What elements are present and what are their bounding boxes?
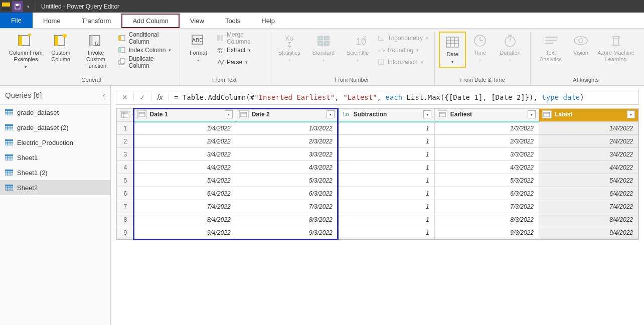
cell-subtraction[interactable]: 1: [338, 122, 434, 135]
cell-date1[interactable]: 5/4/2022: [134, 174, 236, 187]
query-item[interactable]: Electric_Production: [0, 135, 110, 150]
column-header-date2[interactable]: Date 2▾: [236, 109, 338, 122]
query-item[interactable]: grade_dataset (2): [0, 120, 110, 135]
cell-latest[interactable]: 5/4/2022: [539, 174, 638, 187]
cell-earliest[interactable]: 6/3/2022: [434, 187, 539, 200]
formula-commit-button[interactable]: ✓: [134, 90, 151, 104]
filter-icon[interactable]: ▾: [225, 110, 233, 118]
index-column-button[interactable]: Index Column: [116, 45, 175, 56]
table-row[interactable]: 1 1/4/2022 1/3/2022 1 1/3/2022 1/4/2022: [117, 122, 638, 135]
cell-date2[interactable]: 7/3/2022: [236, 200, 338, 213]
table-corner-button[interactable]: ▾: [117, 109, 134, 122]
row-number[interactable]: 5: [117, 174, 134, 187]
cell-date1[interactable]: 6/4/2022: [134, 187, 236, 200]
cell-date1[interactable]: 7/4/2022: [134, 200, 236, 213]
custom-column-button[interactable]: Custom Column: [47, 32, 75, 64]
row-number[interactable]: 4: [117, 161, 134, 174]
table-row[interactable]: 9 9/4/2022 9/3/2022 1 9/3/2022 9/4/2022: [117, 226, 638, 239]
statistics-button[interactable]: ΧσΣStatistics▾: [273, 32, 305, 65]
conditional-column-button[interactable]: Conditional Column: [116, 33, 175, 44]
filter-icon[interactable]: ▾: [327, 110, 335, 118]
duration-button[interactable]: Duration▾: [494, 32, 526, 65]
filter-icon[interactable]: ▾: [423, 110, 431, 118]
cell-earliest[interactable]: 9/3/2022: [434, 226, 539, 239]
tab-help[interactable]: Help: [251, 14, 285, 28]
cell-latest[interactable]: 7/4/2022: [539, 200, 638, 213]
scientific-button[interactable]: 102Scientific▾: [342, 32, 374, 65]
filter-icon[interactable]: ▾: [528, 110, 536, 118]
cell-date1[interactable]: 9/4/2022: [134, 226, 236, 239]
cell-date1[interactable]: 8/4/2022: [134, 213, 236, 226]
tab-transform[interactable]: Transform: [71, 14, 122, 28]
azure-ml-button[interactable]: Azure Machine Learning: [595, 32, 637, 64]
column-header-date1[interactable]: Date 1▾: [134, 109, 236, 122]
table-row[interactable]: 6 6/4/2022 6/3/2022 1 6/3/2022 6/4/2022: [117, 187, 638, 200]
cell-subtraction[interactable]: 1: [338, 148, 434, 161]
tab-view[interactable]: View: [180, 14, 215, 28]
column-header-subtraction[interactable]: 123Subtraction▾: [338, 109, 434, 122]
formula-input[interactable]: = Table.AddColumn(#"Inserted Earliest", …: [169, 93, 584, 101]
tab-file[interactable]: File: [0, 13, 33, 28]
table-row[interactable]: 5 5/4/2022 5/3/2022 1 5/3/2022 5/4/2022: [117, 174, 638, 187]
cell-date2[interactable]: 3/3/2022: [236, 148, 338, 161]
cell-earliest[interactable]: 4/3/2022: [434, 161, 539, 174]
query-item[interactable]: Sheet1: [0, 150, 110, 165]
cell-subtraction[interactable]: 1: [338, 187, 434, 200]
cell-subtraction[interactable]: 1: [338, 226, 434, 239]
trigonometry-button[interactable]: Trigonometry: [376, 33, 430, 44]
cell-latest[interactable]: 1/4/2022: [539, 122, 638, 135]
quick-access-dropdown[interactable]: ▾: [24, 4, 33, 9]
format-button[interactable]: ABC Format ▾: [184, 32, 213, 65]
cell-date2[interactable]: 6/3/2022: [236, 187, 338, 200]
merge-columns-button[interactable]: Merge Columns: [215, 33, 265, 44]
cell-date2[interactable]: 2/3/2022: [236, 135, 338, 148]
collapse-queries-icon[interactable]: ‹: [103, 91, 105, 99]
cell-subtraction[interactable]: 1: [338, 161, 434, 174]
row-number[interactable]: 7: [117, 200, 134, 213]
filter-icon[interactable]: ▾: [627, 110, 635, 118]
cell-earliest[interactable]: 5/3/2022: [434, 174, 539, 187]
cell-date2[interactable]: 8/3/2022: [236, 213, 338, 226]
cell-date1[interactable]: 2/4/2022: [134, 135, 236, 148]
information-button[interactable]: iInformation: [376, 57, 430, 68]
formula-cancel-button[interactable]: ✕: [116, 90, 133, 104]
row-number[interactable]: 1: [117, 122, 134, 135]
save-quick-access-button[interactable]: [12, 1, 23, 12]
query-item[interactable]: grade_dataset: [0, 105, 110, 120]
cell-latest[interactable]: 3/4/2022: [539, 148, 638, 161]
cell-subtraction[interactable]: 1: [338, 213, 434, 226]
row-number[interactable]: 6: [117, 187, 134, 200]
column-header-earliest[interactable]: Earliest▾: [434, 109, 539, 122]
cell-earliest[interactable]: 8/3/2022: [434, 213, 539, 226]
column-from-examples-button[interactable]: Column From Examples ▾: [7, 32, 45, 71]
standard-button[interactable]: +−×÷Standard▾: [307, 32, 340, 65]
row-number[interactable]: 9: [117, 226, 134, 239]
vision-button[interactable]: Vision: [569, 32, 593, 57]
table-row[interactable]: 7 7/4/2022 7/3/2022 1 7/3/2022 7/4/2022: [117, 200, 638, 213]
cell-subtraction[interactable]: 1: [338, 174, 434, 187]
table-row[interactable]: 8 8/4/2022 8/3/2022 1 8/3/2022 8/4/2022: [117, 213, 638, 226]
cell-latest[interactable]: 4/4/2022: [539, 161, 638, 174]
cell-earliest[interactable]: 7/3/2022: [434, 200, 539, 213]
text-analytics-button[interactable]: Text Analytics: [535, 32, 567, 64]
table-row[interactable]: 4 4/4/2022 4/3/2022 1 4/3/2022 4/4/2022: [117, 161, 638, 174]
cell-subtraction[interactable]: 1: [338, 200, 434, 213]
column-header-latest[interactable]: Latest▾: [539, 109, 638, 122]
cell-latest[interactable]: 2/4/2022: [539, 135, 638, 148]
cell-subtraction[interactable]: 1: [338, 135, 434, 148]
row-number[interactable]: 2: [117, 135, 134, 148]
cell-date2[interactable]: 9/3/2022: [236, 226, 338, 239]
parse-button[interactable]: Parse: [215, 57, 265, 68]
query-item[interactable]: Sheet1 (2): [0, 165, 110, 180]
cell-date1[interactable]: 1/4/2022: [134, 122, 236, 135]
cell-latest[interactable]: 9/4/2022: [539, 226, 638, 239]
extract-button[interactable]: ABC123Extract: [215, 45, 265, 56]
cell-date1[interactable]: 4/4/2022: [134, 161, 236, 174]
duplicate-column-button[interactable]: Duplicate Column: [116, 57, 175, 68]
time-button[interactable]: Time▾: [468, 32, 492, 65]
row-number[interactable]: 3: [117, 148, 134, 161]
cell-latest[interactable]: 6/4/2022: [539, 187, 638, 200]
tab-add-column[interactable]: Add Column: [121, 14, 180, 28]
row-number[interactable]: 8: [117, 213, 134, 226]
fx-icon[interactable]: fx: [151, 90, 169, 104]
